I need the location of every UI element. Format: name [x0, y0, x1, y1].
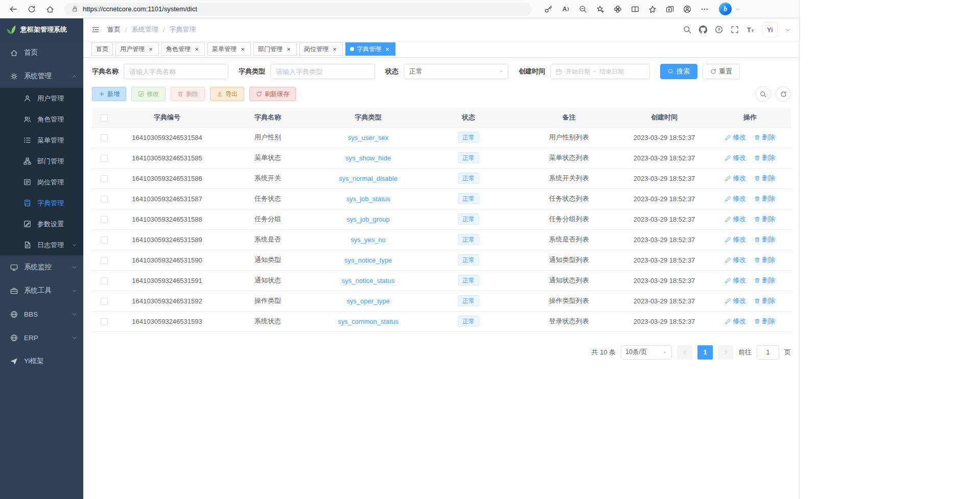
sidebar-item-tool[interactable]: 系统工具 [0, 279, 83, 302]
header-search-icon[interactable] [683, 26, 691, 34]
dict-type-link[interactable]: sys_notice_status [342, 277, 394, 284]
close-tab-icon[interactable]: × [384, 45, 391, 53]
dict-type-link[interactable]: sys_job_group [346, 216, 390, 223]
row-edit-button[interactable]: 修改 [725, 255, 746, 265]
font-size-icon[interactable]: TT [746, 26, 755, 34]
sidebar-item-erp[interactable]: ERP [0, 326, 83, 349]
status-select[interactable]: 正常 [404, 64, 508, 79]
row-checkbox[interactable] [101, 236, 108, 244]
add-button[interactable]: 新增 [92, 87, 126, 101]
sidebar-item-monitor[interactable]: 系统监控 [0, 255, 83, 279]
dict-type-link[interactable]: sys_show_hide [345, 154, 391, 162]
read-aloud-icon[interactable]: A [557, 2, 574, 17]
back-button[interactable] [5, 2, 21, 17]
dict-type-link[interactable]: sys_job_status [346, 195, 390, 203]
close-tab-icon[interactable]: × [193, 45, 200, 53]
zoom-icon[interactable] [575, 2, 591, 17]
sidebar-item-system[interactable]: 系统管理 [0, 64, 83, 88]
bing-icon[interactable]: b [719, 3, 732, 15]
row-delete-button[interactable]: 删除 [754, 317, 775, 326]
goto-page-input[interactable] [757, 345, 779, 360]
edit-button[interactable]: 修改 [131, 87, 166, 101]
user-avatar[interactable]: Yi [762, 22, 778, 37]
date-range-picker[interactable]: 开始日期 - 结束日期 [550, 64, 650, 79]
collections-icon[interactable] [662, 2, 678, 17]
row-edit-button[interactable]: 修改 [725, 153, 746, 162]
row-delete-button[interactable]: 删除 [754, 153, 775, 162]
tab-dict[interactable]: 字典管理× [345, 42, 395, 56]
search-button[interactable]: 搜索 [660, 64, 697, 79]
toggle-search-button[interactable] [755, 86, 771, 102]
close-tab-icon[interactable]: × [331, 45, 338, 53]
sidebar-item-log[interactable]: 日志管理 [0, 234, 83, 255]
favorite-add-icon[interactable] [592, 2, 609, 17]
sidebar-item-menu[interactable]: 菜单管理 [0, 130, 83, 151]
row-delete-button[interactable]: 删除 [754, 133, 775, 142]
split-screen-icon[interactable] [627, 2, 643, 17]
tab-home[interactable]: 首页 [91, 42, 113, 56]
row-checkbox[interactable] [101, 298, 108, 305]
row-edit-button[interactable]: 修改 [725, 194, 746, 203]
row-delete-button[interactable]: 删除 [754, 276, 775, 285]
user-menu-caret-icon[interactable] [785, 27, 791, 33]
fullscreen-icon[interactable] [731, 26, 739, 34]
dict-type-link[interactable]: sys_yes_no [351, 236, 386, 244]
refresh-cache-button[interactable]: 刷新缓存 [249, 87, 296, 101]
address-bar[interactable]: https://ccnetcore.com:1101/system/dict [64, 3, 532, 16]
tab-dept[interactable]: 部门管理× [253, 42, 297, 56]
row-delete-button[interactable]: 删除 [754, 194, 775, 203]
sidebar-item-dept[interactable]: 部门管理 [0, 151, 83, 172]
help-icon[interactable]: ? [715, 26, 723, 34]
dict-type-link[interactable]: sys_oper_type [346, 297, 390, 305]
delete-button[interactable]: 删除 [171, 87, 205, 101]
sidebar-item-role[interactable]: 角色管理 [0, 109, 83, 130]
more-icon[interactable] [696, 2, 713, 17]
sidebar-toggle-icon[interactable] [91, 26, 100, 34]
dict-type-link[interactable]: sys_common_status [338, 318, 399, 325]
row-edit-button[interactable]: 修改 [725, 215, 746, 224]
github-icon[interactable] [699, 26, 707, 34]
essentials-icon[interactable] [610, 2, 626, 17]
close-tab-icon[interactable]: × [147, 45, 154, 53]
row-delete-button[interactable]: 删除 [754, 215, 775, 224]
refresh-table-button[interactable] [776, 86, 791, 102]
row-delete-button[interactable]: 删除 [754, 235, 775, 244]
row-delete-button[interactable]: 删除 [754, 174, 775, 183]
sidebar-item-yi[interactable]: Yi框架 [0, 349, 83, 373]
close-tab-icon[interactable]: × [239, 45, 246, 53]
row-edit-button[interactable]: 修改 [725, 133, 746, 142]
page-size-select[interactable]: 10条/页 [621, 345, 672, 360]
home-button[interactable] [42, 2, 58, 17]
row-checkbox[interactable] [101, 277, 108, 284]
export-button[interactable]: 导出 [210, 87, 244, 101]
row-delete-button[interactable]: 删除 [754, 296, 775, 305]
row-edit-button[interactable]: 修改 [725, 296, 746, 305]
current-page[interactable]: 1 [697, 345, 713, 360]
close-tab-icon[interactable]: × [285, 45, 292, 53]
dict-type-link[interactable]: sys_user_sex [348, 134, 388, 141]
row-checkbox[interactable] [101, 216, 108, 223]
sidebar-item-bbs[interactable]: BBS [0, 302, 83, 326]
row-checkbox[interactable] [101, 196, 108, 203]
row-checkbox[interactable] [101, 175, 108, 182]
row-checkbox[interactable] [101, 134, 108, 141]
row-delete-button[interactable]: 删除 [754, 255, 775, 265]
breadcrumb-item[interactable]: 首页 [107, 25, 121, 34]
row-edit-button[interactable]: 修改 [725, 317, 746, 326]
row-edit-button[interactable]: 修改 [725, 174, 746, 183]
refresh-button[interactable] [24, 2, 40, 17]
prev-page-button[interactable] [677, 345, 692, 360]
dict-type-link[interactable]: sys_normal_disable [339, 175, 398, 182]
tab-role[interactable]: 角色管理× [161, 42, 205, 56]
sidebar-item-home[interactable]: 首页 [0, 41, 83, 64]
breadcrumb-item[interactable]: 系统管理 [132, 25, 158, 34]
dict-type-link[interactable]: sys_notice_type [344, 256, 392, 264]
row-edit-button[interactable]: 修改 [725, 235, 746, 244]
key-icon[interactable] [540, 2, 556, 17]
dict-type-input[interactable] [270, 64, 375, 79]
tab-user[interactable]: 用户管理× [115, 42, 159, 56]
profile-icon[interactable] [679, 2, 695, 17]
tab-post[interactable]: 岗位管理× [299, 42, 343, 56]
sidebar-item-user[interactable]: 用户管理 [0, 88, 83, 109]
row-checkbox[interactable] [101, 155, 108, 162]
